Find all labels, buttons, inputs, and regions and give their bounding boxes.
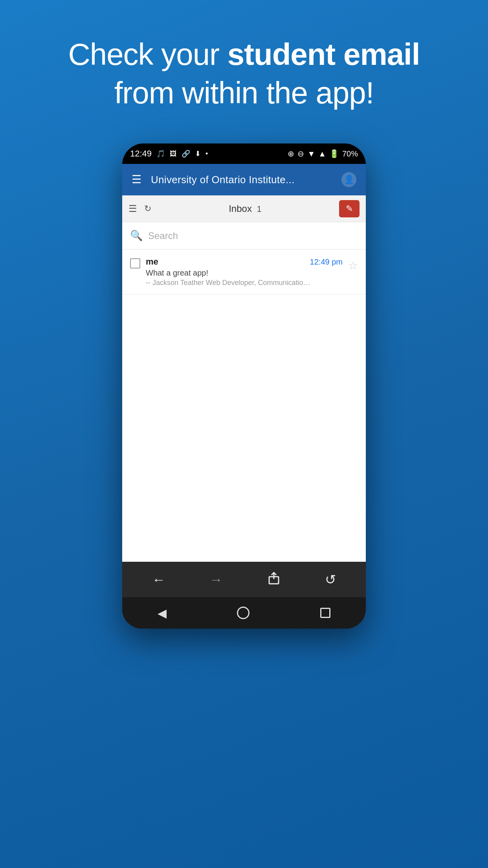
- promo-bold: student email: [227, 37, 420, 72]
- email-sender: me: [146, 257, 158, 267]
- empty-list-area: [122, 294, 366, 562]
- promo-section: Check your student email from within the…: [0, 0, 488, 136]
- app-bar: ☰ University of Ontario Institute... 👤: [122, 164, 366, 195]
- browser-share-button[interactable]: [259, 568, 289, 591]
- battery-icon: 🔋: [329, 149, 339, 158]
- email-item[interactable]: me 12:49 pm What a great app! -- Jackson…: [122, 250, 366, 294]
- signal-icon: ▲: [318, 149, 326, 158]
- search-bar[interactable]: 🔍 Search: [122, 222, 366, 250]
- browser-back-button[interactable]: ←: [144, 569, 173, 590]
- email-content: me 12:49 pm What a great app! -- Jackson…: [146, 257, 343, 287]
- link-icon: 🔗: [182, 149, 190, 158]
- alarm-icon: ⊕: [288, 149, 294, 158]
- account-icon[interactable]: 👤: [341, 172, 356, 187]
- status-left: 12:49 🎵 🖼 🔗 ⬇ •: [130, 149, 208, 159]
- spotify-icon: 🎵: [156, 149, 165, 158]
- status-bar: 12:49 🎵 🖼 🔗 ⬇ • ⊕ ⊖ ▼ ▲ 🔋 70%: [122, 143, 366, 164]
- status-right: ⊕ ⊖ ▼ ▲ 🔋 70%: [288, 149, 358, 158]
- email-list: me 12:49 pm What a great app! -- Jackson…: [122, 250, 366, 294]
- gallery-icon: 🖼: [170, 150, 177, 158]
- inbox-title: Inbox 1: [151, 203, 339, 214]
- hamburger-menu-icon[interactable]: ☰: [132, 174, 141, 185]
- phone-mockup: 12:49 🎵 🖼 🔗 ⬇ • ⊕ ⊖ ▼ ▲ 🔋 70% ☰ Universi…: [0, 143, 488, 629]
- star-icon[interactable]: ☆: [348, 259, 358, 272]
- inbox-toolbar: ☰ ↻ Inbox 1 ✎: [122, 195, 366, 222]
- email-preview: -- Jackson Teather Web Developer, Commun…: [146, 279, 311, 287]
- nav-recents-button[interactable]: [320, 608, 330, 618]
- email-subject: What a great app!: [146, 268, 343, 278]
- search-placeholder: Search: [148, 230, 178, 241]
- compose-icon: ✎: [346, 204, 353, 214]
- search-icon: 🔍: [130, 230, 143, 242]
- promo-text-line2: from within the app!: [114, 75, 374, 110]
- email-checkbox[interactable]: [130, 258, 140, 268]
- toolbar-refresh-icon[interactable]: ↻: [144, 204, 151, 214]
- promo-heading: Check your student email from within the…: [31, 35, 457, 112]
- browser-bar: ← → ↺: [122, 562, 366, 597]
- nav-home-button[interactable]: [237, 607, 250, 619]
- android-nav-bar: ◀: [122, 597, 366, 629]
- battery-level: 70%: [342, 149, 358, 158]
- dot-icon: •: [205, 150, 208, 158]
- download-icon: ⬇: [195, 149, 201, 158]
- phone-body: 12:49 🎵 🖼 🔗 ⬇ • ⊕ ⊖ ▼ ▲ 🔋 70% ☰ Universi…: [122, 143, 366, 629]
- email-time: 12:49 pm: [310, 257, 343, 267]
- toolbar-menu-icon[interactable]: ☰: [128, 203, 137, 214]
- email-header: me 12:49 pm: [146, 257, 343, 267]
- status-time: 12:49: [130, 149, 152, 159]
- wifi-icon: ▼: [307, 149, 315, 158]
- dnd-icon: ⊖: [297, 149, 304, 158]
- inbox-count: 1: [257, 204, 262, 214]
- browser-forward-button[interactable]: →: [202, 569, 231, 590]
- browser-refresh-button[interactable]: ↺: [317, 568, 344, 590]
- promo-text-line1: Check your student email: [68, 37, 420, 72]
- nav-back-button[interactable]: ◀: [158, 606, 167, 620]
- compose-button[interactable]: ✎: [339, 200, 360, 217]
- app-bar-title: University of Ontario Institute...: [151, 174, 341, 186]
